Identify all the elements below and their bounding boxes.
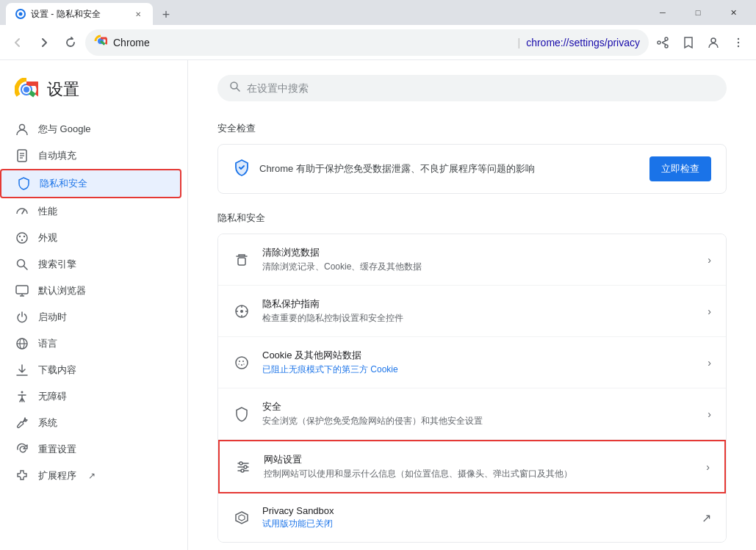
- sidebar-item-google[interactable]: 您与 Google: [0, 116, 181, 142]
- svg-point-5: [738, 41, 739, 43]
- sidebar-item-appearance[interactable]: 外观: [0, 225, 181, 251]
- forward-button[interactable]: [32, 31, 56, 54]
- address-path: chrome://settings/privacy: [526, 37, 640, 48]
- svg-point-9: [24, 87, 29, 93]
- sidebar-item-system[interactable]: 系统: [0, 410, 181, 436]
- sidebar: 设置 您与 Google 自动填充 隐私和安全 性能: [0, 60, 188, 550]
- refresh-button[interactable]: [59, 31, 82, 54]
- privacy-sandbox-content: Privacy Sandbox 试用版功能已关闭: [262, 505, 690, 530]
- sidebar-label-google: 您与 Google: [38, 123, 91, 136]
- download-icon: [15, 363, 29, 377]
- svg-point-50: [241, 469, 244, 472]
- reset-icon: [15, 442, 29, 457]
- settings-title: 设置: [47, 79, 79, 101]
- puzzle-icon: [15, 468, 29, 483]
- settings-item-privacy-guide[interactable]: 隐私保护指南 检查重要的隐私控制设置和安全控件 ›: [218, 286, 726, 337]
- sidebar-item-search[interactable]: 搜索引擎: [0, 251, 181, 278]
- privacy-guide-arrow: ›: [708, 305, 711, 317]
- active-tab[interactable]: 设置 - 隐私和安全 ✕: [6, 3, 153, 25]
- privacy-sandbox-subtitle: 试用版功能已关闭: [262, 518, 690, 530]
- sidebar-label-extensions: 扩展程序: [38, 469, 76, 482]
- menu-button[interactable]: [727, 31, 750, 54]
- sidebar-label-autofill: 自动填充: [38, 149, 76, 162]
- search-bar-icon: [229, 81, 241, 95]
- svg-point-29: [21, 391, 24, 394]
- security-content: 安全 安全浏览（保护您免受危险网站的侵害）和其他安全设置: [262, 400, 696, 427]
- sidebar-item-startup[interactable]: 启动时: [0, 304, 181, 330]
- svg-rect-32: [238, 258, 245, 265]
- app-body: 设置 您与 Google 自动填充 隐私和安全 性能: [0, 60, 756, 550]
- profile-button[interactable]: [702, 31, 725, 54]
- sidebar-label-system: 系统: [38, 416, 57, 430]
- security-subtitle: 安全浏览（保护您免受危险网站的侵害）和其他安全设置: [262, 415, 696, 427]
- person-icon: [15, 122, 29, 137]
- svg-point-49: [244, 466, 247, 468]
- sidebar-item-reset[interactable]: 重置设置: [0, 436, 181, 463]
- address-chrome-label: Chrome: [113, 37, 512, 48]
- settings-item-clear-data[interactable]: 清除浏览数据 清除浏览记录、Cookie、缓存及其他数据 ›: [218, 234, 726, 286]
- sidebar-item-accessibility[interactable]: 无障碍: [0, 383, 181, 410]
- power-icon: [15, 310, 29, 325]
- site-settings-title: 网站设置: [264, 453, 694, 466]
- bookmark-button[interactable]: [677, 31, 700, 54]
- security-shield-icon: [233, 405, 251, 423]
- cookies-arrow: ›: [708, 357, 711, 369]
- globe-icon: [15, 336, 29, 351]
- cookies-content: Cookie 及其他网站数据 已阻止无痕模式下的第三方 Cookie: [262, 349, 696, 376]
- svg-marker-51: [236, 512, 248, 524]
- svg-point-19: [21, 239, 23, 241]
- sidebar-label-reset: 重置设置: [38, 443, 76, 456]
- shield-icon: [16, 176, 31, 191]
- search-input[interactable]: [247, 82, 715, 94]
- privacy-guide-title: 隐私保护指南: [262, 297, 696, 311]
- monitor-icon: [15, 283, 29, 298]
- privacy-section: 隐私和安全 清除浏览数据 清除浏览记录、Cookie、缓存及其他数据 ›: [217, 211, 727, 543]
- settings-item-security[interactable]: 安全 安全浏览（保护您免受危险网站的侵害）和其他安全设置 ›: [218, 388, 726, 440]
- site-settings-subtitle: 控制网站可以使用和显示什么信息（如位置信息、摄像头、弹出式窗口及其他）: [264, 468, 694, 480]
- titlebar: 设置 - 隐私和安全 ✕ + ─ □ ✕: [0, 0, 756, 25]
- privacy-settings-list: 清除浏览数据 清除浏览记录、Cookie、缓存及其他数据 › 隐私保护指南 检查…: [217, 234, 727, 543]
- close-button[interactable]: ✕: [716, 1, 750, 23]
- privacy-guide-content: 隐私保护指南 检查重要的隐私控制设置和安全控件: [262, 297, 696, 325]
- safety-check-button[interactable]: 立即检查: [649, 156, 711, 181]
- sidebar-label-downloads: 下载内容: [38, 363, 76, 377]
- new-tab-button[interactable]: +: [156, 4, 176, 25]
- maximize-button[interactable]: □: [681, 1, 715, 23]
- tab-title: 设置 - 隐私和安全: [31, 8, 128, 21]
- nav-actions: [652, 31, 750, 54]
- settings-item-site-settings[interactable]: 网站设置 控制网站可以使用和显示什么信息（如位置信息、摄像头、弹出式窗口及其他）…: [218, 440, 726, 493]
- search-bar[interactable]: [217, 75, 727, 101]
- sidebar-item-autofill[interactable]: 自动填充: [0, 142, 181, 169]
- minimize-button[interactable]: ─: [646, 1, 680, 23]
- privacy-guide-subtitle: 检查重要的隐私控制设置和安全控件: [262, 312, 696, 325]
- svg-point-44: [243, 363, 244, 364]
- privacy-sandbox-title: Privacy Sandbox: [262, 505, 690, 516]
- tab-bar: 设置 - 隐私和安全 ✕ +: [6, 0, 646, 25]
- sidebar-item-downloads[interactable]: 下载内容: [0, 357, 181, 383]
- svg-point-17: [19, 236, 21, 237]
- sidebar-item-extensions[interactable]: 扩展程序 ↗: [0, 463, 181, 489]
- svg-point-10: [20, 125, 25, 130]
- sidebar-item-browser[interactable]: 默认浏览器: [0, 278, 181, 304]
- svg-point-3: [711, 38, 716, 43]
- tab-close-button[interactable]: ✕: [132, 8, 144, 20]
- settings-item-cookies[interactable]: Cookie 及其他网站数据 已阻止无痕模式下的第三方 Cookie ›: [218, 337, 726, 388]
- tab-favicon: [15, 8, 26, 20]
- safety-check-section-title: 安全检查: [217, 122, 727, 135]
- sidebar-item-privacy[interactable]: 隐私和安全: [0, 169, 181, 198]
- back-button[interactable]: [6, 31, 29, 54]
- palette-icon: [15, 231, 29, 245]
- sidebar-item-language[interactable]: 语言: [0, 330, 181, 357]
- address-bar[interactable]: Chrome | chrome://settings/privacy: [85, 29, 649, 56]
- cookies-title: Cookie 及其他网站数据: [262, 349, 696, 362]
- sidebar-item-performance[interactable]: 性能: [0, 198, 181, 225]
- document-icon: [15, 148, 29, 163]
- safety-check-card: Chrome 有助于保护您免受数据泄露、不良扩展程序等问题的影响 立即检查: [217, 144, 727, 194]
- svg-point-48: [240, 462, 242, 465]
- cookie-icon: [233, 354, 251, 372]
- safety-check-description: Chrome 有助于保护您免受数据泄露、不良扩展程序等问题的影响: [259, 162, 641, 176]
- share-button[interactable]: [652, 31, 675, 54]
- wrench-icon: [15, 416, 29, 430]
- svg-point-4: [738, 37, 739, 39]
- settings-item-privacy-sandbox[interactable]: Privacy Sandbox 试用版功能已关闭 ↗: [218, 493, 726, 542]
